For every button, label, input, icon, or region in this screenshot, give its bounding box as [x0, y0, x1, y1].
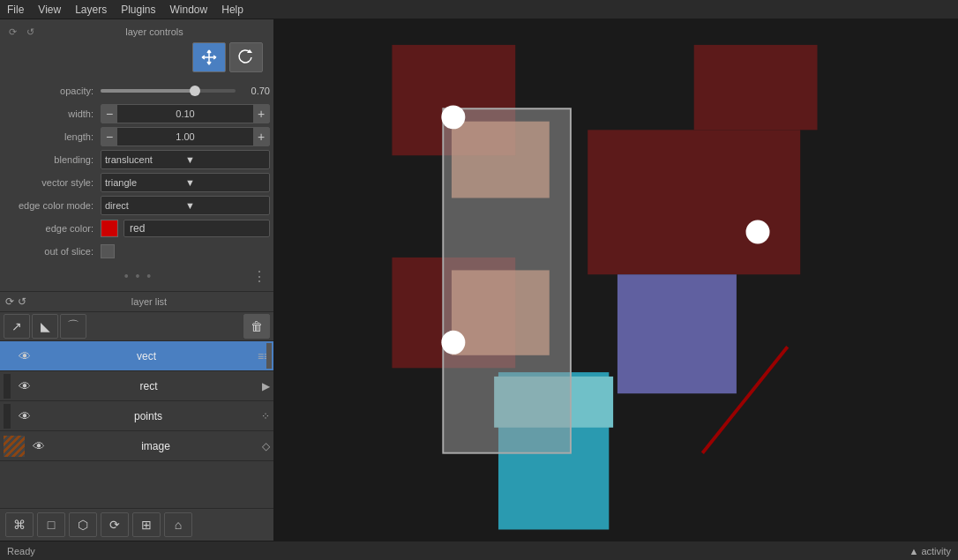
expand-controls-btn[interactable]: • • • — [122, 266, 155, 286]
refresh-icon[interactable]: ↺ — [23, 25, 37, 39]
transform-move-btn[interactable] — [192, 42, 226, 72]
layer-list-section: ⟳ ↺ layer list ↗ ◣ ⌒ 🗑 👁 vect ≡≡ — [0, 292, 273, 541]
edge-color-label: edge color: — [4, 223, 101, 234]
layer-indicator-points — [4, 404, 11, 429]
layer-name-image: image — [53, 440, 258, 452]
layer-item-image[interactable]: 👁 image ◇ — [0, 431, 273, 461]
width-label: width: — [4, 108, 101, 119]
handle-circle-r[interactable] — [746, 220, 770, 244]
layer-controls-title: layer controls — [41, 26, 268, 37]
layer-tool-arrow-btn[interactable]: ↗ — [4, 314, 30, 339]
layer-controls-panel: ⟳ ↺ layer controls opacity: — [0, 19, 273, 292]
grid-btn[interactable]: ⊞ — [132, 512, 161, 537]
length-increment-btn[interactable]: + — [253, 128, 269, 146]
blending-row: blending: translucent ▼ — [4, 150, 270, 169]
menu-plugins[interactable]: Plugins — [114, 2, 162, 18]
layer-name-points: points — [39, 410, 258, 422]
vector-style-value: triangle — [105, 177, 185, 188]
layer-tool-shape-btn[interactable]: ◣ — [32, 314, 58, 339]
layer-indicator-rect — [4, 374, 11, 399]
home-btn[interactable]: ⌂ — [164, 512, 192, 537]
layer-list-refresh-icon[interactable]: ↺ — [16, 294, 28, 310]
delete-layer-btn[interactable]: 🗑 — [243, 314, 270, 339]
layer-visibility-vect[interactable]: 👁 — [14, 346, 35, 367]
menu-view[interactable]: View — [31, 2, 68, 18]
opacity-slider-track[interactable] — [101, 89, 236, 93]
width-number-input: − + — [101, 104, 270, 123]
console-btn[interactable]: ⌘ — [5, 512, 34, 537]
length-number-input: − + — [101, 127, 270, 146]
edge-color-text: red — [130, 222, 145, 235]
edge-color-mode-dropdown-arrow: ▼ — [185, 200, 266, 211]
opacity-control: 0.70 — [101, 86, 270, 96]
opacity-label: opacity: — [4, 86, 101, 96]
activity-button[interactable]: ▲ activity — [909, 546, 951, 556]
layer-list-pin-icon[interactable]: ⟳ — [4, 294, 16, 310]
handle-circle-tl[interactable] — [441, 105, 465, 129]
vector-style-row: vector style: triangle ▼ — [4, 173, 270, 192]
layer-tool-path-btn[interactable]: ⌒ — [60, 314, 86, 339]
layer-name-rect: rect — [39, 380, 258, 392]
main-layout: ⟳ ↺ layer controls opacity: — [0, 19, 958, 541]
layer-item-vect[interactable]: 👁 vect ≡≡ — [0, 341, 273, 371]
length-decrement-btn[interactable]: − — [101, 128, 117, 146]
vector-style-label: vector style: — [4, 177, 101, 188]
blending-dropdown-arrow: ▼ — [185, 154, 266, 165]
status-bar: Ready ▲ activity — [0, 541, 958, 560]
blending-value: translucent — [105, 154, 185, 165]
3d-shaded-btn[interactable]: ⟳ — [101, 512, 129, 537]
blending-label: blending: — [4, 154, 101, 165]
edge-color-mode-dropdown[interactable]: direct ▼ — [101, 196, 270, 215]
layer-type-points: ⁘ — [261, 410, 270, 422]
edge-color-mode-value: direct — [105, 200, 185, 211]
width-row: width: − + — [4, 104, 270, 123]
opacity-slider-fill — [101, 89, 195, 93]
shape-rect-midright — [588, 130, 800, 274]
handle-circle-bl[interactable] — [441, 331, 465, 355]
width-value-input[interactable] — [117, 107, 253, 121]
sync-icon[interactable]: ⟳ — [5, 25, 19, 39]
length-value-input[interactable] — [117, 130, 253, 144]
layer-list-title: layer list — [28, 296, 270, 307]
opacity-slider-thumb[interactable] — [190, 86, 200, 96]
blending-control: translucent ▼ — [101, 150, 270, 169]
layer-visibility-rect[interactable]: 👁 — [14, 376, 35, 397]
length-row: length: − + — [4, 127, 270, 146]
opacity-value: 0.70 — [239, 86, 270, 96]
menu-file[interactable]: File — [0, 2, 31, 18]
shape-peach-bottom — [452, 270, 550, 355]
out-of-slice-control — [101, 244, 270, 258]
layer-scroll-vect — [266, 343, 272, 369]
layer-item-points[interactable]: 👁 points ⁘ — [0, 401, 273, 431]
edge-color-swatch[interactable] — [101, 220, 118, 237]
2d-btn[interactable]: □ — [37, 512, 65, 537]
layer-visibility-image[interactable]: 👁 — [28, 436, 49, 457]
out-of-slice-checkbox[interactable] — [101, 244, 115, 258]
edge-color-mode-label: edge color mode: — [4, 200, 101, 211]
canvas-svg — [273, 19, 958, 541]
layer-type-rect: ▶ — [262, 380, 270, 392]
layer-item-rect[interactable]: 👁 rect ▶ — [0, 371, 273, 401]
resize-handle[interactable]: ⋮ — [252, 268, 266, 285]
menu-window[interactable]: Window — [163, 2, 215, 18]
menu-layers[interactable]: Layers — [68, 2, 114, 18]
edge-color-control: red — [101, 220, 270, 237]
layer-visibility-points[interactable]: 👁 — [14, 406, 35, 427]
width-decrement-btn[interactable]: − — [101, 105, 117, 123]
layer-toolbar: ↗ ◣ ⌒ 🗑 — [0, 312, 273, 341]
layer-list-header: ⟳ ↺ layer list — [0, 292, 273, 312]
out-of-slice-row: out of slice: — [4, 242, 270, 261]
layer-type-image: ◇ — [262, 440, 270, 452]
vector-style-dropdown[interactable]: triangle ▼ — [101, 173, 270, 192]
canvas-area[interactable] — [273, 19, 958, 541]
width-increment-btn[interactable]: + — [253, 105, 269, 123]
edge-color-row: edge color: red — [4, 219, 270, 238]
edge-color-mode-row: edge color mode: direct ▼ — [4, 196, 270, 215]
shape-rect-topright — [694, 45, 818, 130]
transform-rotate-btn[interactable] — [229, 42, 263, 72]
blending-dropdown[interactable]: translucent ▼ — [101, 150, 270, 169]
layer-thumbnail-image — [4, 436, 25, 457]
3d-btn[interactable]: ⬡ — [69, 512, 97, 537]
menu-help[interactable]: Help — [214, 2, 251, 18]
width-control: − + — [101, 104, 270, 123]
